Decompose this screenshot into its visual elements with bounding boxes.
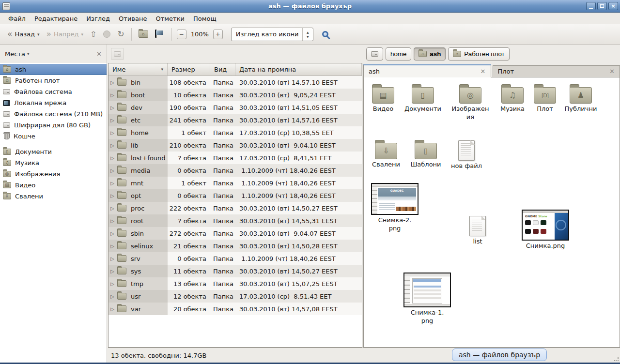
expander-icon[interactable]: ▷	[108, 269, 116, 274]
maximize-button[interactable]	[597, 2, 607, 10]
file-icon-thumb-files[interactable]: Снимка-1. png	[404, 273, 450, 325]
sidebar-item-drive[interactable]: Шифриран дял (80 GB)	[0, 120, 107, 131]
sidebar-item-trash[interactable]: Кошче	[0, 131, 107, 142]
table-row[interactable]: ▷proc222 обектаПапка30.03.2010 (вт) 14,5…	[108, 202, 362, 214]
tab-close-icon[interactable]: ✕	[480, 68, 486, 75]
table-row[interactable]: ▷mnt1 обектПапка 1.10.2009 (чт) 18,40,26…	[108, 177, 362, 189]
table-row[interactable]: ▷media0 обектаПапка 1.10.2009 (чт) 18,40…	[108, 164, 362, 177]
sidebar-item-pictures[interactable]: ◎Изображения	[0, 168, 107, 180]
table-row[interactable]: ▷tmp13 обектаПапка30.03.2010 (вт) 15,07,…	[108, 277, 362, 290]
view-mode-select[interactable]: Изглед като икони ▲▼	[231, 28, 313, 41]
expander-icon[interactable]: ▷	[108, 306, 116, 312]
menu-item-go[interactable]: Отиване	[114, 14, 151, 23]
computer-button[interactable]	[152, 28, 168, 41]
table-row[interactable]: ▷selinux21 обектаПапка30.03.2010 (вт) 14…	[108, 240, 362, 252]
table-row[interactable]: ▷opt0 обектаПапка 1.10.2009 (чт) 18,40,2…	[108, 189, 362, 202]
expander-icon[interactable]: ▷	[108, 206, 116, 211]
zoom-in-button[interactable]: +	[213, 30, 223, 39]
column-header-type[interactable]: Вид	[210, 63, 235, 76]
image-thumbnail: GNOME Store	[522, 210, 569, 241]
expander-icon[interactable]: ▷	[108, 243, 116, 249]
path-button-root[interactable]	[366, 47, 383, 61]
sidebar-item-desktop[interactable]: ▫Работен плот	[0, 75, 107, 86]
path-button-home[interactable]: home	[386, 47, 411, 61]
table-row[interactable]: ▷sbin272 обектаПапка30.03.2010 (вт) 9,04…	[108, 227, 362, 240]
menu-item-view[interactable]: Изглед	[82, 14, 114, 23]
tab-Плот[interactable]: Плот✕	[493, 65, 620, 77]
expander-icon[interactable]: ▷	[108, 155, 116, 161]
expander-icon[interactable]: ▷	[108, 92, 116, 98]
sidebar-item-music[interactable]: ♫Музика	[0, 157, 107, 168]
expander-icon[interactable]: ▷	[108, 168, 116, 173]
up-button[interactable]: ⇧	[87, 29, 100, 40]
table-row[interactable]: ▷bin108 обектаПапка30.03.2010 (вт) 14,57…	[108, 76, 362, 89]
expander-icon[interactable]: ▷	[108, 181, 116, 186]
sidebar-item-video[interactable]: ▤Видео	[0, 180, 107, 191]
root-path-button[interactable]	[111, 48, 124, 60]
combo-spinner-icon[interactable]: ▲▼	[302, 28, 313, 41]
sidebar-item-network[interactable]: Локална мрежа	[0, 97, 107, 108]
table-row[interactable]: ▷lost+found? обектаПапка17.03.2010 (ср) …	[108, 152, 362, 164]
forward-dropdown-icon[interactable]: ▾	[81, 32, 83, 37]
file-icon-folder-document[interactable]: ▯Документи	[400, 83, 446, 113]
chevron-down-icon[interactable]: ▾	[27, 51, 30, 56]
file-icon-thumb-guadec[interactable]: GUADECСнимка-2. png	[372, 183, 418, 233]
sidebar-item-drive[interactable]: Файлова система	[0, 86, 107, 97]
table-row[interactable]: ▷sys11 обектаПапка30.03.2010 (вт) 14,50,…	[108, 265, 362, 277]
close-button[interactable]: ×	[608, 2, 618, 10]
column-header-date[interactable]: Дата на промяна	[235, 63, 362, 76]
file-icon-folder-camera[interactable]: ◎Изображен ия	[447, 83, 494, 121]
table-row[interactable]: ▷var20 обектаПапка30.03.2010 (вт) 14,57,…	[108, 303, 362, 315]
expander-icon[interactable]: ▷	[108, 80, 116, 85]
forward-button[interactable]: » Напред ▾	[43, 28, 87, 40]
stop-button[interactable]	[100, 29, 114, 40]
table-row[interactable]: ▷etc241 обектаПапка30.03.2010 (вт) 14,57…	[108, 114, 362, 126]
expander-icon[interactable]: ▷	[108, 143, 116, 148]
sidebar-item-downloads[interactable]: ⇩Свалени	[0, 191, 107, 202]
resize-grip[interactable]	[614, 357, 619, 361]
file-icon-folder-person[interactable]: ♟Публични	[558, 83, 604, 113]
expander-icon[interactable]: ▷	[108, 281, 116, 287]
back-dropdown-icon[interactable]: ▾	[37, 32, 40, 37]
path-button-Работен плот[interactable]: ▫Работен плот	[448, 47, 509, 61]
expander-icon[interactable]: ▷	[108, 105, 116, 110]
zoom-out-button[interactable]: −	[177, 30, 186, 39]
expander-icon[interactable]: ▷	[108, 130, 116, 136]
expander-icon[interactable]: ▷	[108, 193, 116, 198]
menu-item-file[interactable]: Файл	[4, 14, 30, 23]
expander-icon[interactable]: ▷	[108, 256, 116, 261]
expander-icon[interactable]: ▷	[108, 294, 116, 299]
file-icon-folder-template[interactable]: ▯Шаблони	[403, 139, 449, 169]
sidebar-item-documents[interactable]: ▯Документи	[0, 146, 107, 157]
menu-item-help[interactable]: Помощ	[189, 14, 221, 23]
expander-icon[interactable]: ▷	[108, 218, 116, 224]
menu-item-bookmarks[interactable]: Отметки	[151, 14, 188, 23]
column-header-name[interactable]: Име▾	[108, 63, 168, 76]
table-row[interactable]: ▷usr12 обектаПапка17.03.2010 (ср) 8,51,4…	[108, 290, 362, 303]
tab-close-icon[interactable]: ✕	[609, 68, 615, 75]
table-row[interactable]: ▷root? обектаПапка30.03.2010 (вт) 14,55,…	[108, 214, 362, 227]
path-button-ash[interactable]: ⌂ash	[414, 47, 446, 61]
search-icon[interactable]	[322, 31, 328, 37]
minimize-button[interactable]	[586, 2, 596, 10]
file-icon-document[interactable]: list	[454, 216, 501, 246]
reload-button[interactable]: ↻	[114, 28, 127, 40]
expander-icon[interactable]: ▷	[108, 231, 116, 236]
sidebar-title[interactable]: Места	[5, 50, 25, 58]
sidebar-item-drive[interactable]: Файлова система (210 MB)	[0, 108, 107, 120]
table-row[interactable]: ▷srv0 обектаПапка 1.10.2009 (чт) 18,40,2…	[108, 252, 362, 265]
table-row[interactable]: ▷boot10 обектаПапка30.03.2010 (вт) 9,05,…	[108, 89, 362, 101]
home-button[interactable]: ⌂	[135, 29, 152, 40]
tab-ash[interactable]: ash✕	[363, 64, 491, 77]
column-header-size[interactable]: Размер	[168, 63, 210, 76]
expander-icon[interactable]: ▷	[108, 118, 116, 123]
table-row[interactable]: ▷dev190 обектаПапка30.03.2010 (вт) 14,51…	[108, 101, 362, 114]
file-icon-document[interactable]: нов файл	[443, 140, 490, 170]
table-row[interactable]: ▷home1 обектПапка17.03.2010 (ср) 10,38,5…	[108, 126, 362, 139]
table-row[interactable]: ▷lib210 обектаПапка30.03.2010 (вт) 9,04,…	[108, 139, 362, 152]
sidebar-close-icon[interactable]: ✕	[96, 50, 102, 58]
sidebar-item-home[interactable]: ⌂ash	[0, 64, 107, 75]
file-icon-thumb-store[interactable]: GNOME StoreСнимка.png	[522, 210, 569, 250]
menu-item-edit[interactable]: Редактиране	[30, 14, 82, 23]
back-button[interactable]: « Назад ▾	[4, 28, 43, 40]
